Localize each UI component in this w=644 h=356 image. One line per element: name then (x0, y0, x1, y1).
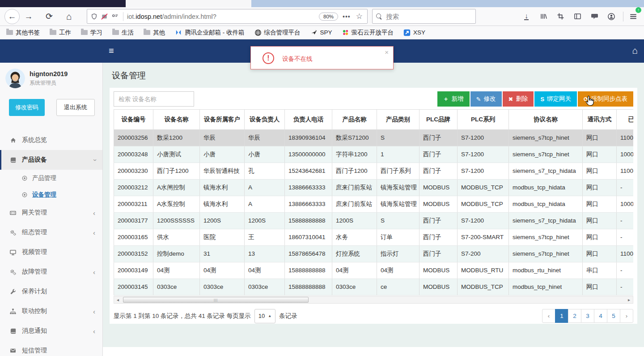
url-prefix: iot. (127, 13, 136, 20)
sidebar-item-label: 保养计划 (22, 287, 47, 296)
change-password-button[interactable]: 修改密码 (9, 99, 45, 116)
browser-search-input[interactable] (386, 13, 462, 20)
sidebar-subitem[interactable]: 设备管理 (0, 186, 102, 203)
bookmark-label: 萤石云开放平台 (352, 29, 394, 37)
scroll-right-button[interactable]: ▸ (625, 296, 633, 303)
alert-close-icon[interactable]: × (385, 48, 389, 56)
table-cell: S7-1200 (458, 163, 509, 179)
bookmark-item[interactable]: SPY (310, 29, 332, 36)
bookmark-item[interactable]: 其他 (144, 29, 165, 37)
column-header[interactable]: 设备编号 (114, 110, 153, 129)
sidebar-collapse-icon[interactable]: ≡ (109, 46, 114, 56)
library-icon[interactable] (536, 10, 551, 23)
action-button-删除[interactable]: ✖删除 (503, 91, 534, 107)
table-row[interactable]: 2000031450303ce0303ce0303ce1588888888803… (114, 279, 634, 295)
reload-button[interactable]: ⟳ (42, 9, 56, 24)
bookmark-label: XSY (413, 29, 425, 36)
table-cell: 15878656478 (285, 245, 332, 262)
bookmark-item[interactable]: 腾讯企业邮箱 - 收件箱 (175, 29, 245, 37)
active-tab-strip[interactable] (0, 0, 126, 7)
bookmark-item[interactable]: 学习 (81, 29, 102, 37)
sidebar-item-9[interactable]: 消息通知‹ (0, 321, 102, 341)
page-1[interactable]: 1 (555, 309, 568, 323)
column-header[interactable]: 协议名称 (509, 110, 583, 129)
action-button-绑定网关[interactable]: S绑定网关 (534, 91, 577, 107)
sidebar-item-2[interactable]: 产品设备‹ (0, 150, 102, 170)
sidebar-item-4[interactable]: 组态管理‹ (0, 223, 102, 242)
browser-search-bar[interactable] (372, 9, 476, 24)
column-header[interactable]: 负责人电话 (285, 110, 332, 129)
bookmark-item[interactable]: 工作 (50, 29, 71, 37)
back-button[interactable]: ← (4, 9, 20, 24)
download-icon[interactable]: ↓ (519, 10, 534, 23)
sidebar-item-3[interactable]: 网关管理‹ (0, 203, 102, 223)
table-row[interactable]: 200003211A水泵控制镇海水利A13886663333庶来门前泵站镇海泵站… (114, 196, 634, 212)
logout-button[interactable]: 退出系统 (56, 99, 95, 116)
home-button[interactable]: ⌂ (62, 9, 76, 24)
sidebar-item-6[interactable]: 故障管理‹ (0, 262, 102, 282)
action-button-新增[interactable]: ＋新增 (437, 91, 470, 107)
shield-icon[interactable] (91, 13, 97, 20)
bookmark-star-icon[interactable]: ☆ (356, 12, 363, 21)
page-next[interactable]: › (620, 309, 633, 323)
url-bar[interactable]: iot.idosp.net/admin/index.html? 80% ••• … (87, 9, 368, 24)
content-blocked-icon[interactable] (101, 13, 108, 20)
table-cell: 18390936104 (285, 129, 332, 146)
column-header[interactable]: PLC品牌 (419, 110, 458, 129)
scrollbar-thumb[interactable]: ||| (123, 297, 309, 303)
table-row[interactable]: 200003152控制demo311315878656478灯控系统指示灯西门子… (114, 245, 634, 262)
page-2[interactable]: 2 (568, 309, 581, 323)
device-search-input[interactable] (114, 91, 194, 107)
app-menu-icon[interactable]: ↑ (626, 10, 640, 23)
table-row[interactable]: 2000031771200SSSSSS1200S1200S15888888888… (114, 212, 634, 229)
table-row[interactable]: 20000314904测04测04测1588888888804测04测MODBU… (114, 262, 634, 279)
action-button-修改[interactable]: ✎修改 (470, 91, 502, 107)
sidebar-item-10[interactable]: 短信管理 (0, 341, 102, 356)
table-row[interactable]: 200003212A水闸控制镇海水利A13886663333庶来门前泵站镇海泵站… (114, 179, 634, 196)
permissions-icon[interactable] (111, 13, 119, 20)
sidebar-item-5[interactable]: 视频管理 (0, 242, 102, 262)
forward-button[interactable]: → (21, 9, 36, 24)
per-page-select[interactable]: 10 ▲ (254, 309, 275, 323)
bookmark-item[interactable]: 综合管理平台 (254, 29, 301, 37)
navbar-home-icon[interactable]: ⌂ (632, 45, 638, 56)
column-header[interactable]: 已绑定网关 (617, 110, 634, 129)
bookmark-item[interactable]: 萤石云开放平台 (342, 29, 394, 37)
page-3[interactable]: 3 (581, 309, 594, 323)
chevron-down-icon: ‹ (90, 159, 98, 161)
chevron-left-icon: ‹ (93, 209, 95, 217)
page-actions-icon[interactable]: ••• (343, 13, 351, 20)
sidebar-toggle-icon[interactable] (570, 10, 585, 23)
screenshot-icon[interactable] (553, 10, 568, 23)
column-header[interactable]: 设备名称 (153, 110, 200, 129)
column-header[interactable]: 设备负责人 (245, 110, 285, 129)
bookmark-item[interactable]: 生活 (112, 29, 134, 37)
sidebar-item-8[interactable]: 联动控制‹ (0, 301, 102, 321)
table-row[interactable]: 200003165供水医院王18607310041水务订单西门子S7-200-S… (114, 229, 634, 245)
column-header[interactable]: 设备所属客户 (200, 110, 245, 129)
scroll-left-button[interactable]: ◂ (114, 296, 122, 303)
sidebar-subitem[interactable]: 产品管理 (0, 170, 102, 186)
page-4[interactable]: 4 (594, 309, 607, 323)
table-cell: 13886663333 (285, 179, 332, 196)
column-header[interactable]: 产品名称 (332, 110, 377, 129)
column-header[interactable]: PLC系列 (458, 110, 509, 129)
bookmark-item[interactable]: XSY (403, 29, 425, 36)
page-5[interactable]: 5 (607, 309, 620, 323)
pocket-icon[interactable] (587, 10, 602, 23)
bookmark-item[interactable]: 其他书签 (6, 29, 40, 37)
url-text[interactable]: iot.idosp.net/admin/index.html? (127, 13, 319, 20)
table-row[interactable]: 200003230西门子1200华辰智通科技孔15243642681西门子120… (114, 163, 634, 179)
link-icon: S (540, 96, 544, 103)
column-header[interactable]: 通讯方式 (583, 110, 617, 129)
table-cell: 西门子 (419, 146, 458, 163)
horizontal-scrollbar[interactable]: ◂ ||| ▸ (114, 296, 633, 304)
zoom-level-badge[interactable]: 80% (319, 13, 338, 21)
sidebar-item-1[interactable]: 系统总览 (0, 130, 102, 150)
column-header[interactable]: 产品类别 (377, 110, 419, 129)
table-row[interactable]: 200003248小唐测试小唐小唐13500000000字符串12001西门子S… (114, 146, 634, 163)
account-icon[interactable] (604, 10, 619, 23)
table-row[interactable]: 200003256数采1200华辰华辰18390936104数采S71200S西… (114, 129, 634, 146)
sidebar-item-7[interactable]: 保养计划 (0, 282, 102, 301)
page-prev[interactable]: ‹ (542, 309, 555, 323)
